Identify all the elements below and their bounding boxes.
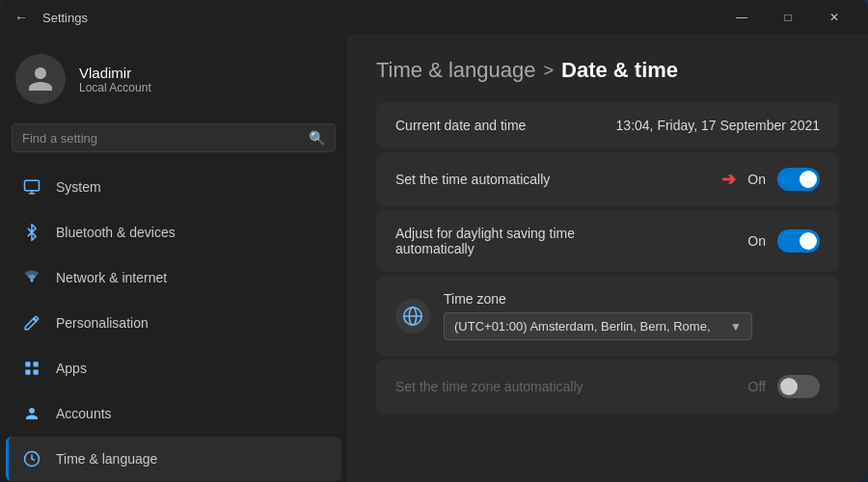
current-datetime-card: Current date and time 13:04, Friday, 17 … <box>376 102 839 148</box>
apps-icon <box>21 358 42 379</box>
timezone-title: Time zone <box>444 291 820 307</box>
chevron-down-icon: ▼ <box>730 320 742 334</box>
sidebar-item-personalisation-label: Personalisation <box>56 315 149 331</box>
user-avatar-icon <box>26 65 55 94</box>
window-controls: — □ ✕ <box>719 0 856 35</box>
daylight-saving-toggle[interactable] <box>777 229 820 253</box>
system-icon <box>21 176 42 198</box>
minimize-button[interactable]: — <box>719 0 764 35</box>
user-name: Vladimir <box>79 65 151 81</box>
set-timezone-auto-state: Off <box>748 379 766 394</box>
sidebar-item-accounts-label: Accounts <box>56 406 112 421</box>
set-time-auto-card: Set the time automatically ➔ On <box>376 152 839 206</box>
sidebar: Vladimir Local Account 🔍 <box>0 35 347 482</box>
svg-rect-0 <box>25 180 40 191</box>
set-time-auto-toggle[interactable] <box>777 168 820 191</box>
set-timezone-auto-toggle[interactable] <box>777 375 820 398</box>
close-button[interactable]: ✕ <box>812 0 856 35</box>
maximize-button[interactable]: □ <box>766 0 810 35</box>
set-time-auto-row: Set the time automatically ➔ On <box>376 152 839 206</box>
titlebar-left: ← Settings <box>8 4 88 31</box>
red-arrow-icon: ➔ <box>721 169 736 190</box>
bluetooth-icon <box>21 222 42 243</box>
network-icon <box>21 267 42 288</box>
set-timezone-auto-right: Off <box>748 375 820 398</box>
svg-rect-1 <box>25 362 30 366</box>
time-icon <box>21 448 42 469</box>
search-input[interactable] <box>22 131 301 146</box>
titlebar: ← Settings — □ ✕ <box>0 0 868 35</box>
set-time-auto-right: ➔ On <box>721 168 820 191</box>
sidebar-item-apps-label: Apps <box>56 361 87 376</box>
svg-rect-2 <box>34 362 39 366</box>
user-info: Vladimir Local Account <box>79 65 151 94</box>
breadcrumb-parent: Time & language <box>376 58 536 83</box>
sidebar-item-apps[interactable]: Apps <box>6 346 341 390</box>
breadcrumb: Time & language > Date & time <box>376 58 839 83</box>
settings-window: ← Settings — □ ✕ Vladimir Local Account <box>0 0 868 482</box>
current-datetime-label: Current date and time <box>395 118 526 133</box>
set-timezone-auto-label: Set the time zone automatically <box>395 379 583 394</box>
timezone-info: Time zone (UTC+01:00) Amsterdam, Berlin,… <box>444 291 820 340</box>
content-panel: Time & language > Date & time Current da… <box>347 35 868 482</box>
timezone-row: Time zone (UTC+01:00) Amsterdam, Berlin,… <box>376 276 839 356</box>
sidebar-item-bluetooth-label: Bluetooth & devices <box>56 225 176 240</box>
set-time-auto-label: Set the time automatically <box>395 172 550 187</box>
set-timezone-auto-card: Set the time zone automatically Off <box>376 360 839 414</box>
back-button[interactable]: ← <box>8 4 35 31</box>
daylight-saving-label: Adjust for daylight saving timeautomatic… <box>395 226 575 256</box>
current-datetime-value: 13:04, Friday, 17 September 2021 <box>616 118 820 133</box>
sidebar-item-system[interactable]: System <box>6 165 341 209</box>
window-title: Settings <box>42 11 88 25</box>
timezone-select[interactable]: (UTC+01:00) Amsterdam, Berlin, Bern, Rom… <box>444 312 752 340</box>
breadcrumb-separator: > <box>544 61 555 81</box>
timezone-value: (UTC+01:00) Amsterdam, Berlin, Bern, Rom… <box>454 319 724 334</box>
user-account: Local Account <box>79 81 151 94</box>
sidebar-item-network-label: Network & internet <box>56 270 167 285</box>
sidebar-item-time-label: Time & language <box>56 451 157 467</box>
timezone-card: Time zone (UTC+01:00) Amsterdam, Berlin,… <box>376 276 839 356</box>
daylight-saving-state: On <box>747 233 766 249</box>
svg-rect-4 <box>34 370 39 375</box>
daylight-saving-row: Adjust for daylight saving timeautomatic… <box>376 210 839 272</box>
user-section: Vladimir Local Account <box>0 35 347 120</box>
back-icon: ← <box>14 10 28 25</box>
accounts-icon <box>21 403 42 424</box>
sidebar-item-bluetooth[interactable]: Bluetooth & devices <box>6 210 341 254</box>
sidebar-item-personalisation[interactable]: Personalisation <box>6 301 341 345</box>
set-timezone-auto-row: Set the time zone automatically Off <box>376 360 839 414</box>
breadcrumb-current: Date & time <box>561 58 678 83</box>
search-box[interactable]: 🔍 <box>12 123 336 152</box>
set-time-auto-state: On <box>747 172 766 187</box>
search-icon: 🔍 <box>309 130 325 146</box>
sidebar-item-network[interactable]: Network & internet <box>6 255 341 300</box>
daylight-saving-card: Adjust for daylight saving timeautomatic… <box>376 210 839 272</box>
avatar <box>15 54 66 104</box>
current-datetime-row: Current date and time 13:04, Friday, 17 … <box>376 102 839 148</box>
sidebar-item-accounts[interactable]: Accounts <box>6 391 341 436</box>
svg-rect-3 <box>25 370 30 375</box>
daylight-saving-right: On <box>747 229 820 253</box>
sidebar-item-system-label: System <box>56 179 101 195</box>
sidebar-nav: System Bluetooth & devices <box>0 164 347 482</box>
main-content: Vladimir Local Account 🔍 <box>0 35 868 482</box>
arrow-annotation: ➔ <box>721 169 736 190</box>
timezone-globe-icon <box>395 299 430 334</box>
sidebar-item-time[interactable]: Time & language <box>6 437 341 481</box>
personalisation-icon <box>21 312 42 334</box>
